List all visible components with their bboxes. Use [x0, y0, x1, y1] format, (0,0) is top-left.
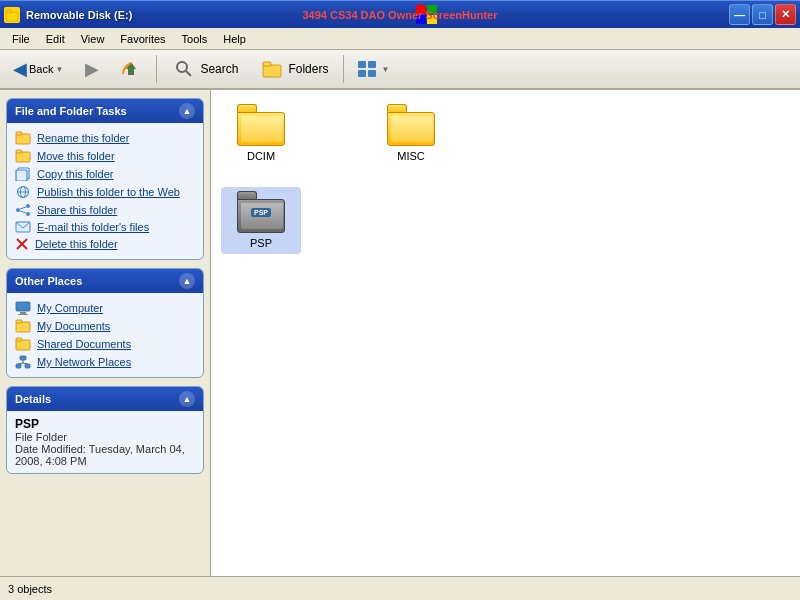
other-places-collapse[interactable]: ▲ — [179, 273, 195, 289]
other-places-section: Other Places ▲ My Computer — [6, 268, 204, 378]
svg-rect-17 — [16, 152, 30, 162]
publish-folder-link[interactable]: Publish this folder to the Web — [11, 183, 199, 201]
shared-documents-label: Shared Documents — [37, 338, 131, 350]
copy-icon — [15, 167, 31, 181]
status-items-count: 3 objects — [8, 583, 52, 595]
back-button[interactable]: ◀ Back ▼ — [4, 54, 72, 84]
folders-icon — [262, 60, 282, 78]
my-documents-icon — [15, 319, 31, 333]
details-title: Details — [15, 393, 51, 405]
svg-rect-20 — [16, 170, 27, 181]
share-folder-label: Share this folder — [37, 204, 117, 216]
file-folder-tasks-collapse[interactable]: ▲ — [179, 103, 195, 119]
svg-rect-15 — [16, 134, 30, 144]
svg-line-44 — [23, 363, 28, 364]
watermark-text: 3494 CS34 DAO Owner ScreenHunter — [302, 9, 497, 21]
folders-label: Folders — [288, 62, 328, 76]
title-left: Removable Disk (E:) — [4, 7, 132, 23]
file-folder-tasks-title: File and Folder Tasks — [15, 105, 127, 117]
shared-documents-link[interactable]: Shared Documents — [11, 335, 199, 353]
left-panel: File and Folder Tasks ▲ Rename this fold… — [0, 90, 210, 576]
details-header: Details ▲ — [7, 387, 203, 411]
rename-folder-label: Rename this folder — [37, 132, 129, 144]
menu-view[interactable]: View — [73, 31, 113, 47]
dcim-folder-label: DCIM — [247, 150, 275, 163]
title-bar: Removable Disk (E:) 3494 CS34 DAO Owner … — [0, 0, 800, 28]
other-places-title: Other Places — [15, 275, 82, 287]
email-folder-link[interactable]: E-mail this folder's files — [11, 219, 199, 235]
psp-folder-label: PSP — [250, 237, 272, 250]
details-section: Details ▲ PSP File Folder Date Modified:… — [6, 386, 204, 474]
title-buttons[interactable]: — □ ✕ — [729, 4, 796, 25]
svg-rect-12 — [368, 61, 376, 68]
toolbar-separator-1 — [156, 55, 157, 83]
view-dropdown-icon: ▼ — [381, 65, 389, 74]
close-button[interactable]: ✕ — [775, 4, 796, 25]
details-folder-name: PSP — [15, 417, 195, 431]
up-icon — [121, 59, 141, 79]
search-label: Search — [200, 62, 238, 76]
rename-icon — [15, 131, 31, 145]
search-button[interactable]: Search — [163, 54, 249, 84]
delete-folder-link[interactable]: Delete this folder — [11, 235, 199, 253]
svg-line-28 — [20, 211, 26, 213]
menu-tools[interactable]: Tools — [174, 31, 216, 47]
minimize-button[interactable]: — — [729, 4, 750, 25]
psp-folder[interactable]: PSP PSP — [221, 187, 301, 254]
svg-rect-0 — [6, 12, 18, 21]
folders-button[interactable]: Folders — [253, 54, 337, 84]
delete-folder-label: Delete this folder — [35, 238, 118, 250]
my-documents-label: My Documents — [37, 320, 110, 332]
delete-icon — [15, 237, 29, 251]
svg-point-24 — [16, 208, 20, 212]
svg-rect-14 — [368, 70, 376, 77]
my-computer-link[interactable]: My Computer — [11, 299, 199, 317]
misc-folder[interactable]: MISC — [371, 100, 451, 167]
svg-rect-13 — [358, 70, 366, 77]
menu-edit[interactable]: Edit — [38, 31, 73, 47]
svg-rect-16 — [16, 132, 22, 135]
svg-line-27 — [20, 207, 26, 209]
svg-rect-10 — [263, 62, 271, 66]
back-dropdown-icon: ▼ — [55, 65, 63, 74]
move-folder-link[interactable]: Move this folder — [11, 147, 199, 165]
network-icon — [15, 355, 31, 369]
forward-button[interactable]: ▶ — [76, 54, 108, 84]
other-places-header: Other Places ▲ — [7, 269, 203, 293]
menu-help[interactable]: Help — [215, 31, 254, 47]
my-computer-label: My Computer — [37, 302, 103, 314]
dcim-folder[interactable]: DCIM — [221, 100, 301, 167]
details-collapse[interactable]: ▲ — [179, 391, 195, 407]
svg-rect-18 — [16, 150, 22, 153]
file-folder-tasks-body: Rename this folder Move this folder Copy… — [7, 123, 203, 259]
my-documents-link[interactable]: My Documents — [11, 317, 199, 335]
svg-rect-36 — [16, 320, 22, 323]
dcim-folder-icon — [237, 104, 285, 146]
my-network-places-link[interactable]: My Network Places — [11, 353, 199, 371]
psp-badge: PSP — [251, 208, 271, 217]
title-icon — [4, 7, 20, 23]
main-container: File and Folder Tasks ▲ Rename this fold… — [0, 90, 800, 576]
move-icon — [15, 149, 31, 163]
misc-folder-inner — [391, 116, 433, 142]
svg-point-25 — [26, 204, 30, 208]
shared-documents-icon — [15, 337, 31, 351]
menu-file[interactable]: File — [4, 31, 38, 47]
svg-rect-9 — [263, 65, 281, 77]
svg-rect-32 — [16, 302, 30, 311]
view-button[interactable]: ▼ — [350, 54, 396, 84]
svg-point-26 — [26, 212, 30, 216]
copy-folder-link[interactable]: Copy this folder — [11, 165, 199, 183]
forward-arrow-icon: ▶ — [85, 58, 99, 80]
menu-favorites[interactable]: Favorites — [112, 31, 173, 47]
share-folder-link[interactable]: Share this folder — [11, 201, 199, 219]
svg-point-7 — [177, 62, 187, 72]
psp-folder-body: PSP — [237, 199, 285, 233]
back-arrow-icon: ◀ — [13, 58, 27, 80]
menu-bar: File Edit View Favorites Tools Help — [0, 28, 800, 50]
file-folder-tasks-section: File and Folder Tasks ▲ Rename this fold… — [6, 98, 204, 260]
maximize-button[interactable]: □ — [752, 4, 773, 25]
up-button[interactable] — [112, 54, 150, 84]
misc-folder-label: MISC — [397, 150, 425, 163]
rename-folder-link[interactable]: Rename this folder — [11, 129, 199, 147]
